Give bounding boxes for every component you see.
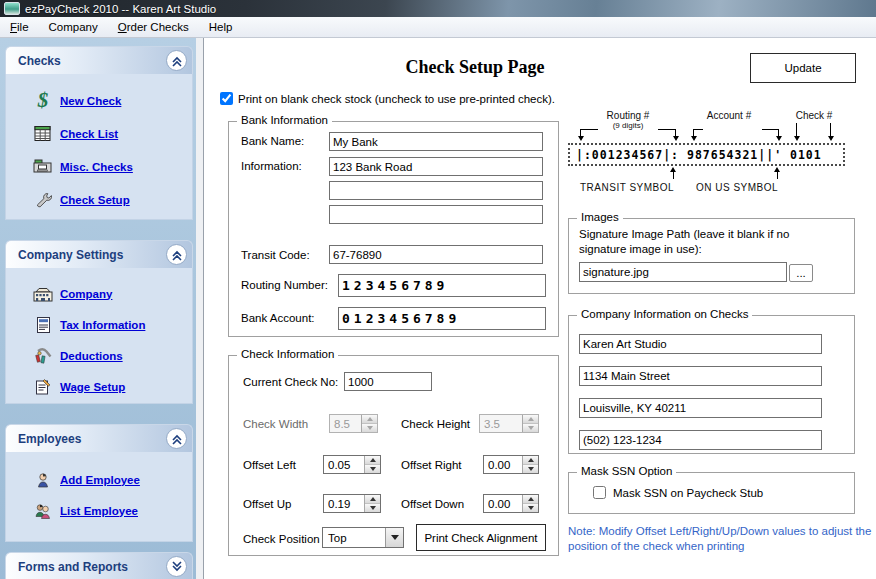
current-check-no-input[interactable] — [344, 372, 432, 391]
mask-ssn-checkbox[interactable] — [593, 486, 606, 499]
check-information-group: Check Information Current Check No: Chec… — [228, 355, 559, 556]
sidebar-item-tax-information[interactable]: Tax Information — [6, 309, 192, 340]
spin-down-icon[interactable] — [365, 465, 380, 473]
section-header-company-settings: Company Settings — [5, 240, 193, 268]
sidebar-item-list-employee[interactable]: List Employee — [6, 495, 192, 526]
check-height-label: Check Height — [401, 418, 470, 430]
images-group: Images Signature Image Path (leave it bl… — [568, 218, 855, 294]
sidebar-item-wage-setup[interactable]: Wage Setup — [6, 371, 192, 402]
page-title: Check Setup Page — [375, 57, 575, 78]
sidebar-item-label[interactable]: Misc. Checks — [60, 161, 133, 173]
bracket-line — [778, 129, 779, 136]
section-title: Company Settings — [18, 248, 123, 262]
spinner-value: 0.05 — [324, 456, 364, 473]
bank-information-group: Bank Information Bank Name: Information:… — [228, 121, 559, 337]
selected-value: Top — [323, 528, 385, 547]
title-bar: ezPayCheck 2010 -- Karen Art Studio — [0, 0, 876, 17]
company-name-input[interactable] — [579, 334, 822, 354]
sidebar-item-deductions[interactable]: Deductions — [6, 340, 192, 371]
sidebar-item-label[interactable]: List Employee — [60, 505, 138, 517]
section-header-checks: Checks — [5, 46, 193, 74]
bank-information-input-3[interactable] — [329, 205, 543, 224]
spin-up-icon[interactable] — [523, 495, 538, 504]
sidebar-item-new-check[interactable]: $ New Check — [6, 84, 192, 117]
transit-code-input[interactable] — [329, 245, 543, 264]
collapse-button[interactable] — [166, 428, 187, 449]
collapse-button[interactable] — [166, 244, 187, 265]
signature-path-input[interactable] — [579, 262, 787, 282]
chevron-up-icon — [171, 55, 183, 67]
section-title: Employees — [18, 432, 81, 446]
sidebar-item-label[interactable]: Deductions — [60, 350, 123, 362]
offset-up-spinner[interactable]: 0.19 — [323, 494, 381, 513]
signature-path-label: Signature Image Path (leave it blank if … — [579, 227, 831, 257]
bank-information-input-1[interactable] — [329, 157, 543, 176]
offset-down-spinner[interactable]: 0.00 — [483, 494, 539, 513]
arrow-up-icon — [774, 167, 780, 172]
spinner-value: 3.5 — [480, 415, 522, 432]
sidebar-item-misc-checks[interactable]: Misc. Checks — [6, 150, 192, 183]
sidebar-section-forms-reports: Forms and Reports — [5, 552, 193, 579]
arrow-down-icon — [578, 136, 584, 141]
sidebar-item-label[interactable]: Check Setup — [60, 194, 130, 206]
dollar-icon: $ — [26, 90, 60, 111]
menu-file[interactable]: File — [0, 17, 39, 37]
expand-button[interactable] — [166, 556, 187, 577]
sidebar-item-label[interactable]: Tax Information — [60, 319, 145, 331]
menu-order-checks[interactable]: Order Checks — [108, 17, 199, 37]
sidebar-item-check-setup[interactable]: Check Setup — [6, 183, 192, 216]
offset-right-spinner[interactable]: 0.00 — [483, 455, 539, 474]
list-employee-icon — [26, 503, 60, 519]
bracket-line — [675, 129, 676, 136]
sidebar-item-add-employee[interactable]: Add Employee — [6, 464, 192, 495]
menu-help[interactable]: Help — [199, 17, 243, 37]
on-us-symbol-label: ON US SYMBOL — [696, 182, 778, 193]
spin-down-icon[interactable] — [523, 504, 538, 512]
spinner-value: 0.00 — [484, 495, 522, 512]
spinner-value: 0.19 — [324, 495, 364, 512]
offset-up-label: Offset Up — [243, 498, 291, 510]
spin-up-icon[interactable] — [523, 456, 538, 465]
offset-left-spinner[interactable]: 0.05 — [323, 455, 381, 474]
transit-symbol-label: TRANSIT SYMBOL — [580, 182, 674, 193]
routing-number-input[interactable] — [338, 274, 546, 297]
sidebar-item-label[interactable]: Wage Setup — [60, 381, 125, 393]
bank-name-input[interactable] — [329, 132, 543, 151]
sidebar-section-checks: Checks $ New Check Chec — [5, 46, 193, 220]
check-position-select[interactable]: Top — [322, 527, 404, 548]
menu-bar: File Company Order Checks Help — [0, 17, 876, 38]
company-phone-input[interactable] — [579, 430, 822, 450]
spin-down-icon[interactable] — [523, 465, 538, 473]
collapse-button[interactable] — [166, 50, 187, 71]
spin-down-icon[interactable] — [365, 504, 380, 512]
dropdown-button[interactable] — [385, 528, 403, 547]
company-city-input[interactable] — [579, 398, 822, 418]
chevron-up-icon — [171, 249, 183, 261]
sidebar-item-check-list[interactable]: Check List — [6, 117, 192, 150]
company-icon — [26, 286, 60, 302]
update-button[interactable]: Update — [750, 53, 856, 83]
print-check-alignment-button[interactable]: Print Check Alignment — [416, 524, 546, 551]
sidebar-item-label[interactable]: Check List — [60, 128, 118, 140]
mask-ssn-label: Mask SSN on Paycheck Stub — [613, 487, 763, 499]
blank-stock-checkbox[interactable] — [220, 92, 233, 105]
blank-stock-label: Print on blank check stock (uncheck to u… — [238, 93, 555, 105]
bank-account-input[interactable] — [338, 307, 546, 330]
spin-up-icon[interactable] — [365, 495, 380, 504]
menu-company[interactable]: Company — [39, 17, 108, 37]
bank-information-input-2[interactable] — [329, 181, 543, 200]
account-label: Account # — [698, 110, 760, 121]
sidebar-item-label[interactable]: Company — [60, 288, 112, 300]
browse-button[interactable]: ... — [789, 264, 813, 282]
company-address-input[interactable] — [579, 366, 822, 386]
sidebar-item-company[interactable]: Company — [6, 278, 192, 309]
spin-up-icon[interactable] — [365, 456, 380, 465]
routing-number-label: Routing Number: — [241, 279, 328, 291]
offset-down-label: Offset Down — [401, 498, 464, 510]
bracket-line — [830, 123, 831, 136]
sidebar-item-label[interactable]: Add Employee — [60, 474, 140, 486]
sidebar-item-label[interactable]: New Check — [60, 95, 121, 107]
misc-checks-icon — [26, 159, 60, 174]
section-title: Checks — [18, 54, 61, 68]
company-information-group: Company Information on Checks — [568, 315, 855, 454]
